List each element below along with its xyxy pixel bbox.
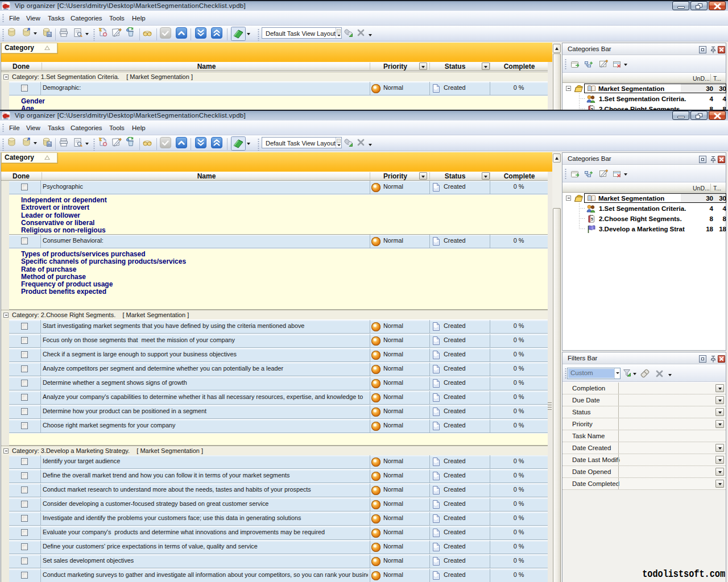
svg-text:5: 5 [591, 217, 593, 221]
